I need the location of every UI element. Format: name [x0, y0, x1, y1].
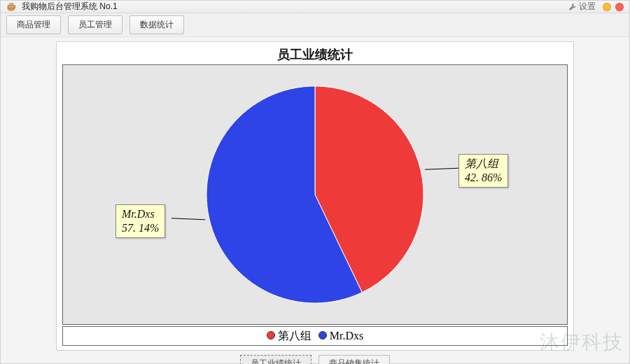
svg-rect-1 [8, 5, 15, 8]
settings-label: 设置 [579, 1, 596, 13]
chart-panel: 员工业绩统计 第八组 42. 86% Mr.Dxs 57. 14% [56, 41, 574, 351]
svg-line-3 [172, 218, 205, 220]
settings-button[interactable]: 设置 [568, 1, 596, 13]
window-close-button[interactable] [615, 3, 624, 11]
main-toolbar: 商品管理 员工管理 数据统计 [1, 13, 629, 37]
svg-line-2 [425, 168, 458, 169]
tab-product-sales[interactable]: 商品销售统计 [318, 355, 390, 364]
app-icon [6, 1, 18, 13]
tab-employee-performance[interactable]: 员工业绩统计 [240, 355, 312, 364]
legend-label-0: 第八组 [278, 330, 312, 342]
chart-plot-area: 第八组 42. 86% Mr.Dxs 57. 14% [62, 64, 568, 325]
pie-label-1: Mr.Dxs 57. 14% [115, 204, 165, 238]
legend-swatch-0 [267, 331, 275, 340]
chart-title: 员工业绩统计 [57, 42, 573, 64]
chart-tabs: 员工业绩统计 商品销售统计 [15, 351, 615, 364]
products-button[interactable]: 商品管理 [6, 15, 61, 34]
wrench-icon [568, 3, 577, 11]
pie-label-0: 第八组 42. 86% [458, 154, 508, 188]
employees-button[interactable]: 员工管理 [68, 15, 122, 34]
window-title: 我购物后台管理系统 No.1 [22, 1, 118, 13]
pie-chart [203, 83, 427, 307]
window-minimize-button[interactable] [603, 3, 611, 11]
stats-button[interactable]: 数据统计 [130, 15, 184, 34]
chart-legend: 第八组 Mr.Dxs [62, 326, 568, 346]
legend-label-1: Mr.Dxs [330, 330, 363, 342]
legend-swatch-1 [318, 331, 327, 340]
